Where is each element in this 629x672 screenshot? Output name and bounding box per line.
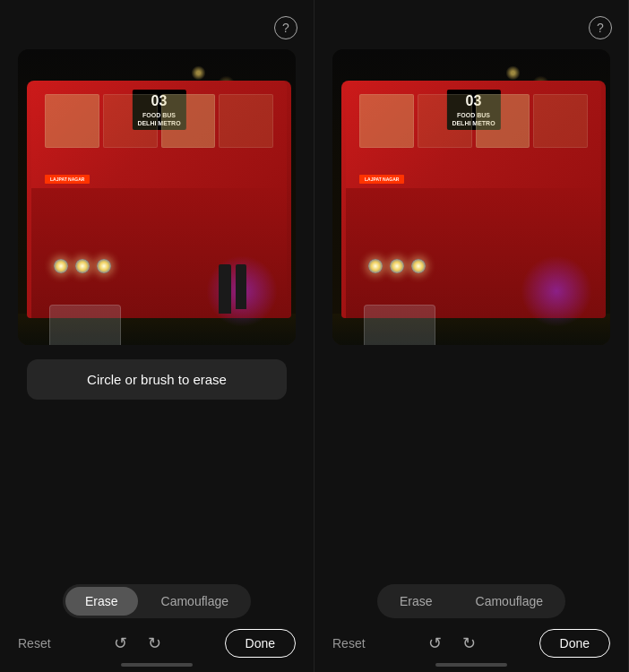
dest-sign-right: LAJPAT NAGAR [359,175,404,184]
home-indicator-right [435,663,507,667]
home-indicator-left [121,663,193,667]
hint-text: Circle or brush to erase [87,372,227,387]
bus-scene-left: 03 FOOD BUS DELHI METRO LAJPAT NAGAR [18,49,296,345]
tab-camouflage-right[interactable]: Camouflage [456,587,564,616]
people-silhouettes [219,264,246,314]
bottom-bar-right: Reset ↺ ↻ Done [314,629,628,658]
windshield-left [49,305,121,345]
help-button-right[interactable]: ? [589,16,612,39]
right-panel: ? 03 FOOD BUS DELHI METRO [314,0,629,672]
window-r-4 [533,94,588,148]
window-2 [103,94,158,148]
done-button-left[interactable]: Done [225,629,296,658]
controls-left: Erase Camouflage [0,584,314,618]
bus-windows-top-left [45,94,273,148]
bus-scene-right: 03 FOOD BUS DELHI METRO LAJPAT NAGAR [332,49,610,345]
controls-right: Erase Camouflage [314,459,628,618]
bus-top-left: 03 FOOD BUS DELHI METRO LAJPAT NAGAR [31,81,287,188]
image-right: 03 FOOD BUS DELHI METRO LAJPAT NAGAR [332,49,610,345]
reset-button-left[interactable]: Reset [18,636,51,650]
bottom-bar-left: Reset ↺ ↻ Done [0,629,314,658]
headlights-left [54,259,111,273]
headlight-r-2 [390,259,404,273]
left-panel: ? 03 FOOD BUS DELHI METRO [0,0,314,672]
tab-row-left: Erase Camouflage [63,584,251,618]
redo-button-left[interactable]: ↻ [141,629,169,658]
headlight-3 [97,259,111,273]
tab-camouflage-left[interactable]: Camouflage [142,587,249,616]
headlight-r-3 [411,259,426,273]
bus-top-right: 03 FOOD BUS DELHI METRO LAJPAT NAGAR [346,81,601,188]
image-left: 03 FOOD BUS DELHI METRO LAJPAT NAGAR [18,49,296,345]
redo-button-right[interactable]: ↻ [455,629,484,658]
window-1 [45,94,99,148]
person-2 [236,264,246,309]
tab-row-right: Erase Camouflage [377,584,565,618]
headlight-1 [54,259,68,273]
headlight-r-1 [368,259,383,273]
window-r-3 [476,94,530,148]
undo-button-left[interactable]: ↺ [107,629,135,658]
windshield-right [364,305,435,345]
purple-light-right [521,255,592,327]
dest-sign-left: LAJPAT NAGAR [45,175,90,184]
headlights-right [368,259,426,273]
help-button-left[interactable]: ? [274,16,297,39]
window-r-1 [359,94,414,148]
window-r-2 [418,94,472,148]
undo-button-right[interactable]: ↺ [421,629,450,658]
icon-group-left: ↺ ↻ [107,629,169,658]
headlight-2 [75,259,90,273]
tab-erase-right[interactable]: Erase [380,587,452,616]
reset-button-right[interactable]: Reset [332,636,366,650]
window-3 [161,94,216,148]
icon-group-right: ↺ ↻ [421,629,484,658]
person-1 [219,264,231,314]
bus-windows-top-right [359,94,588,148]
done-button-right[interactable]: Done [539,629,610,658]
window-4 [219,94,273,148]
hint-box: Circle or brush to erase [27,359,287,400]
tab-erase-left[interactable]: Erase [65,587,138,616]
